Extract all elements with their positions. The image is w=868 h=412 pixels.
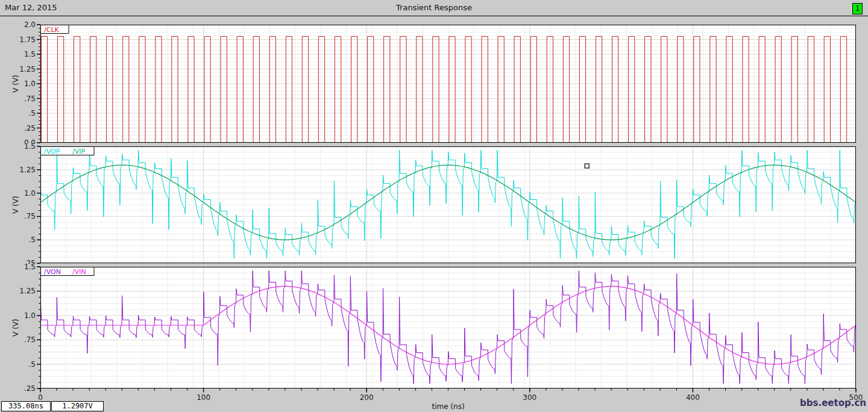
legend-label-vip: /VIP bbox=[72, 148, 85, 155]
panel-vop-vip: 1.51.251.0.75.5.25V (V)/VOP/VIP bbox=[0, 143, 868, 264]
cursor-time-readout[interactable]: 335.08ns bbox=[1, 401, 51, 411]
y-tick-label: 1.5 bbox=[24, 264, 36, 271]
y-axis-title: V (V) bbox=[11, 75, 20, 93]
plot-area: 2.01.751.51.251.0.75.5.250.0V (V)/CLK1.5… bbox=[0, 0, 868, 412]
watermark-text: bbs.eetop.cn bbox=[800, 398, 866, 408]
panel-clk: 2.01.751.51.251.0.75.5.250.0V (V)/CLK bbox=[0, 16, 868, 143]
x-tick-label: 400 bbox=[686, 393, 700, 402]
legend-label-vop: /VOP bbox=[44, 148, 60, 155]
cursor-point-marker[interactable] bbox=[585, 164, 589, 168]
y-tick-label: 1.25 bbox=[19, 65, 36, 73]
panel-von-vin: 1.51.251.0.75.5.25V (V)/VON/VIN010020030… bbox=[0, 264, 868, 412]
x-axis-title: time (ns) bbox=[432, 402, 464, 411]
x-tick-label: 300 bbox=[523, 393, 536, 402]
y-tick-label: 1.0 bbox=[24, 189, 36, 198]
y-tick-label: 2.0 bbox=[24, 20, 36, 29]
y-tick-label: .75 bbox=[24, 212, 36, 220]
legend-label-von: /VON bbox=[44, 268, 61, 276]
y-tick-label: .5 bbox=[29, 360, 36, 369]
waveform-window: Mar 12, 2015 Transient Response 1 2.01.7… bbox=[0, 0, 868, 412]
y-tick-label: 1.5 bbox=[24, 50, 36, 58]
y-tick-label: .75 bbox=[24, 95, 36, 103]
y-tick-label: 1.25 bbox=[19, 287, 36, 295]
x-tick-label: 100 bbox=[197, 393, 210, 402]
y-tick-label: 1.0 bbox=[24, 311, 36, 320]
y-tick-label: .5 bbox=[29, 236, 36, 244]
legend-label-clk: /CLK bbox=[44, 26, 60, 34]
y-tick-label: .25 bbox=[24, 384, 36, 393]
y-tick-label: .25 bbox=[24, 124, 36, 133]
y-tick-label: 1.75 bbox=[19, 36, 36, 44]
y-tick-label: 1.25 bbox=[19, 166, 36, 174]
y-axis-title: V (V) bbox=[11, 196, 20, 214]
x-tick-label: 0 bbox=[38, 393, 43, 402]
x-tick-label: 200 bbox=[360, 393, 374, 402]
y-tick-label: 0.0 bbox=[24, 139, 36, 143]
y-axis-title: V (V) bbox=[11, 319, 20, 337]
cursor-voltage-readout[interactable]: 1.2907V bbox=[51, 401, 104, 411]
y-tick-label: 1.0 bbox=[24, 80, 36, 88]
y-tick-label: .25 bbox=[24, 259, 36, 264]
y-tick-label: .75 bbox=[24, 336, 36, 344]
y-tick-label: .5 bbox=[29, 109, 36, 117]
legend-label-vin: /VIN bbox=[72, 268, 86, 276]
y-tick-label: 1.5 bbox=[24, 143, 36, 151]
